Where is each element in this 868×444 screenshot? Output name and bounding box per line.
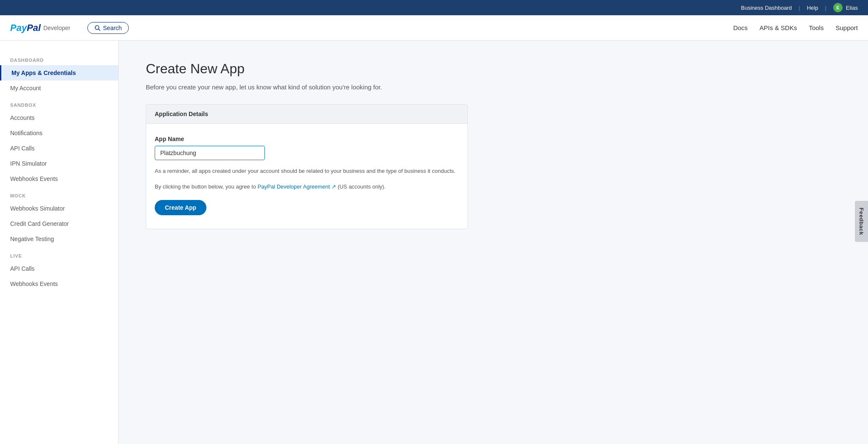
logo: PayPal Developer bbox=[10, 22, 70, 33]
user-name: Elias bbox=[846, 5, 858, 11]
main-content: Create New App Before you create your ne… bbox=[119, 41, 868, 444]
app-name-label: App Name bbox=[155, 136, 459, 142]
logo-paypal: PayPal bbox=[10, 22, 41, 33]
card-header: Application Details bbox=[146, 105, 467, 124]
layout: DASHBOARD My Apps & Credentials My Accou… bbox=[0, 41, 868, 444]
sidebar-ipn-simulator[interactable]: IPN Simulator bbox=[0, 156, 118, 171]
logo-developer: Developer bbox=[43, 25, 70, 31]
sidebar: DASHBOARD My Apps & Credentials My Accou… bbox=[0, 41, 119, 444]
search-icon bbox=[95, 25, 100, 31]
sidebar-live-api-calls[interactable]: API Calls bbox=[0, 261, 118, 276]
agreement-text: By clicking the button below, you agree … bbox=[155, 183, 459, 191]
nav-apis-sdks[interactable]: APIs & SDKs bbox=[760, 24, 797, 31]
nav-bar: PayPal Developer Search Docs APIs & SDKs… bbox=[0, 15, 868, 41]
sidebar-negative-testing[interactable]: Negative Testing bbox=[0, 231, 118, 247]
reminder-text: As a reminder, all apps created under yo… bbox=[155, 167, 459, 176]
sidebar-webhooks-simulator[interactable]: Webhooks Simulator bbox=[0, 201, 118, 216]
help-link[interactable]: Help bbox=[807, 5, 818, 11]
nav-tools[interactable]: Tools bbox=[809, 24, 823, 31]
sidebar-live-webhooks-events[interactable]: Webhooks Events bbox=[0, 276, 118, 291]
sidebar-my-apps[interactable]: My Apps & Credentials bbox=[0, 65, 118, 80]
feedback-wrapper: Feedback bbox=[855, 201, 868, 243]
sidebar-mock-label: MOCK bbox=[0, 186, 118, 201]
main-nav: Docs APIs & SDKs Tools Support bbox=[733, 24, 858, 31]
sidebar-webhooks-events[interactable]: Webhooks Events bbox=[0, 171, 118, 186]
app-name-input[interactable] bbox=[155, 146, 265, 160]
user-avatar: E bbox=[833, 3, 843, 12]
feedback-button[interactable]: Feedback bbox=[855, 201, 868, 242]
sidebar-dashboard-label: DASHBOARD bbox=[0, 51, 118, 65]
create-app-button[interactable]: Create App bbox=[155, 200, 206, 215]
sidebar-sandbox-label: SANDBOX bbox=[0, 96, 118, 110]
business-dashboard-link[interactable]: Business Dashboard bbox=[741, 5, 792, 11]
top-bar: Business Dashboard | Help | E Elias bbox=[0, 0, 868, 15]
sidebar-api-calls[interactable]: API Calls bbox=[0, 141, 118, 156]
svg-line-1 bbox=[99, 29, 100, 31]
card-body: App Name As a reminder, all apps created… bbox=[146, 124, 467, 229]
search-button[interactable]: Search bbox=[87, 22, 129, 34]
agreement-link[interactable]: PayPal Developer Agreement ↗ bbox=[258, 183, 338, 190]
page-title: Create New App bbox=[146, 61, 841, 77]
sidebar-my-account[interactable]: My Account bbox=[0, 80, 118, 96]
nav-support[interactable]: Support bbox=[835, 24, 858, 31]
user-menu[interactable]: E Elias bbox=[833, 3, 858, 12]
sidebar-notifications[interactable]: Notifications bbox=[0, 125, 118, 141]
sidebar-live-label: LIVE bbox=[0, 247, 118, 261]
page-subtitle: Before you create your new app, let us k… bbox=[146, 83, 841, 91]
app-creation-card: Application Details App Name As a remind… bbox=[146, 104, 468, 229]
nav-docs[interactable]: Docs bbox=[733, 24, 748, 31]
sidebar-accounts[interactable]: Accounts bbox=[0, 110, 118, 125]
sidebar-credit-card-gen[interactable]: Credit Card Generator bbox=[0, 216, 118, 231]
